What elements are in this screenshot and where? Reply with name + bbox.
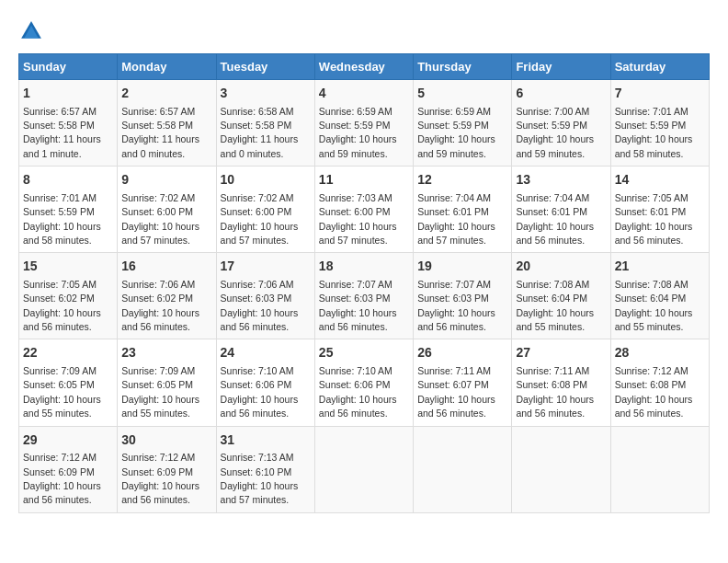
calendar-cell: 28 Sunrise: 7:12 AMSunset: 6:08 PMDaylig… (610, 339, 709, 426)
day-number: 27 (516, 344, 606, 362)
calendar-cell: 17 Sunrise: 7:06 AMSunset: 6:03 PMDaylig… (216, 253, 314, 339)
day-info: Sunrise: 7:08 AMSunset: 6:04 PMDaylight:… (516, 279, 594, 332)
day-number: 31 (221, 431, 311, 450)
day-info: Sunrise: 6:57 AMSunset: 5:58 PMDaylight:… (23, 106, 101, 159)
day-info: Sunrise: 7:07 AMSunset: 6:03 PMDaylight:… (417, 279, 495, 332)
day-number: 7 (615, 85, 705, 103)
calendar-cell: 24 Sunrise: 7:10 AMSunset: 6:06 PMDaylig… (216, 339, 314, 426)
calendar-cell: 30 Sunrise: 7:12 AMSunset: 6:09 PMDaylig… (118, 426, 216, 512)
calendar-cell: 13 Sunrise: 7:04 AMSunset: 6:01 PMDaylig… (512, 167, 610, 253)
day-info: Sunrise: 7:03 AMSunset: 6:00 PMDaylight:… (319, 192, 397, 246)
day-number: 19 (417, 258, 507, 276)
calendar-cell (512, 426, 610, 512)
calendar-table: SundayMondayTuesdayWednesdayThursdayFrid… (18, 53, 710, 513)
header (18, 18, 710, 44)
day-number: 24 (221, 344, 311, 362)
calendar-cell: 23 Sunrise: 7:09 AMSunset: 6:05 PMDaylig… (118, 339, 216, 426)
calendar-cell: 9 Sunrise: 7:02 AMSunset: 6:00 PMDayligh… (118, 167, 216, 253)
calendar-cell: 14 Sunrise: 7:05 AMSunset: 6:01 PMDaylig… (610, 167, 709, 253)
day-info: Sunrise: 7:05 AMSunset: 6:02 PMDaylight:… (23, 279, 101, 332)
day-info: Sunrise: 7:09 AMSunset: 6:05 PMDaylight:… (121, 365, 199, 419)
day-header: Saturday (610, 54, 709, 80)
day-info: Sunrise: 7:02 AMSunset: 6:00 PMDaylight:… (121, 192, 199, 246)
calendar-cell: 19 Sunrise: 7:07 AMSunset: 6:03 PMDaylig… (414, 253, 512, 339)
calendar-cell: 16 Sunrise: 7:06 AMSunset: 6:02 PMDaylig… (118, 253, 216, 339)
calendar-cell: 26 Sunrise: 7:11 AMSunset: 6:07 PMDaylig… (414, 339, 512, 426)
calendar-cell: 6 Sunrise: 7:00 AMSunset: 5:59 PMDayligh… (512, 80, 610, 167)
calendar-cell: 21 Sunrise: 7:08 AMSunset: 6:04 PMDaylig… (610, 253, 709, 339)
day-number: 4 (319, 85, 409, 103)
day-number: 20 (516, 258, 606, 276)
calendar-week-row: 8 Sunrise: 7:01 AMSunset: 5:59 PMDayligh… (19, 167, 710, 253)
calendar-cell: 29 Sunrise: 7:12 AMSunset: 6:09 PMDaylig… (19, 426, 118, 512)
day-number: 11 (319, 171, 409, 190)
day-info: Sunrise: 7:08 AMSunset: 6:04 PMDaylight:… (615, 279, 693, 332)
day-info: Sunrise: 7:12 AMSunset: 6:09 PMDaylight:… (121, 452, 199, 505)
calendar-cell (314, 426, 413, 512)
day-number: 22 (23, 344, 113, 362)
day-number: 21 (615, 258, 705, 276)
day-number: 14 (615, 171, 705, 190)
calendar-cell: 22 Sunrise: 7:09 AMSunset: 6:05 PMDaylig… (19, 339, 118, 426)
day-info: Sunrise: 7:01 AMSunset: 5:59 PMDaylight:… (23, 192, 101, 246)
day-header: Tuesday (216, 54, 314, 80)
day-info: Sunrise: 7:11 AMSunset: 6:08 PMDaylight:… (516, 365, 594, 419)
calendar-cell: 10 Sunrise: 7:02 AMSunset: 6:00 PMDaylig… (216, 167, 314, 253)
calendar-week-row: 1 Sunrise: 6:57 AMSunset: 5:58 PMDayligh… (19, 80, 710, 167)
calendar-week-row: 22 Sunrise: 7:09 AMSunset: 6:05 PMDaylig… (19, 339, 710, 426)
day-info: Sunrise: 6:59 AMSunset: 5:59 PMDaylight:… (319, 106, 397, 159)
calendar-cell: 5 Sunrise: 6:59 AMSunset: 5:59 PMDayligh… (414, 80, 512, 167)
day-info: Sunrise: 7:01 AMSunset: 5:59 PMDaylight:… (615, 106, 693, 159)
day-number: 6 (516, 85, 606, 103)
day-info: Sunrise: 7:12 AMSunset: 6:08 PMDaylight:… (615, 365, 693, 419)
day-number: 18 (319, 258, 409, 276)
calendar-cell: 12 Sunrise: 7:04 AMSunset: 6:01 PMDaylig… (414, 167, 512, 253)
logo (18, 18, 48, 44)
day-info: Sunrise: 7:06 AMSunset: 6:02 PMDaylight:… (121, 279, 199, 332)
day-number: 15 (23, 258, 113, 276)
day-number: 2 (121, 85, 211, 103)
day-number: 13 (516, 171, 606, 190)
logo-icon (18, 18, 44, 44)
calendar-cell: 7 Sunrise: 7:01 AMSunset: 5:59 PMDayligh… (610, 80, 709, 167)
day-number: 9 (121, 171, 211, 190)
day-number: 8 (23, 171, 113, 190)
day-number: 17 (221, 258, 311, 276)
calendar-cell: 25 Sunrise: 7:10 AMSunset: 6:06 PMDaylig… (314, 339, 413, 426)
calendar-cell: 3 Sunrise: 6:58 AMSunset: 5:58 PMDayligh… (216, 80, 314, 167)
day-number: 10 (221, 171, 311, 190)
header-row: SundayMondayTuesdayWednesdayThursdayFrid… (19, 54, 710, 80)
day-info: Sunrise: 7:10 AMSunset: 6:06 PMDaylight:… (319, 365, 397, 419)
day-number: 3 (221, 85, 311, 103)
day-info: Sunrise: 7:11 AMSunset: 6:07 PMDaylight:… (417, 365, 495, 419)
day-header: Thursday (414, 54, 512, 80)
day-number: 16 (121, 258, 211, 276)
calendar-cell: 4 Sunrise: 6:59 AMSunset: 5:59 PMDayligh… (314, 80, 413, 167)
calendar-cell: 11 Sunrise: 7:03 AMSunset: 6:00 PMDaylig… (314, 167, 413, 253)
day-number: 25 (319, 344, 409, 362)
day-number: 5 (417, 85, 507, 103)
day-info: Sunrise: 7:07 AMSunset: 6:03 PMDaylight:… (319, 279, 397, 332)
day-info: Sunrise: 6:59 AMSunset: 5:59 PMDaylight:… (417, 106, 495, 159)
day-number: 23 (121, 344, 211, 362)
calendar-cell (414, 426, 512, 512)
calendar-cell (610, 426, 709, 512)
day-header: Wednesday (314, 54, 413, 80)
day-header: Monday (118, 54, 216, 80)
day-number: 30 (121, 431, 211, 450)
day-header: Sunday (19, 54, 118, 80)
day-info: Sunrise: 7:05 AMSunset: 6:01 PMDaylight:… (615, 192, 693, 246)
day-info: Sunrise: 7:10 AMSunset: 6:06 PMDaylight:… (221, 365, 299, 419)
calendar-week-row: 29 Sunrise: 7:12 AMSunset: 6:09 PMDaylig… (19, 426, 710, 512)
calendar-cell: 27 Sunrise: 7:11 AMSunset: 6:08 PMDaylig… (512, 339, 610, 426)
calendar-cell: 31 Sunrise: 7:13 AMSunset: 6:10 PMDaylig… (216, 426, 314, 512)
calendar-cell: 2 Sunrise: 6:57 AMSunset: 5:58 PMDayligh… (118, 80, 216, 167)
day-info: Sunrise: 7:12 AMSunset: 6:09 PMDaylight:… (23, 452, 101, 505)
day-info: Sunrise: 7:00 AMSunset: 5:59 PMDaylight:… (516, 106, 594, 159)
calendar-cell: 15 Sunrise: 7:05 AMSunset: 6:02 PMDaylig… (19, 253, 118, 339)
calendar-cell: 1 Sunrise: 6:57 AMSunset: 5:58 PMDayligh… (19, 80, 118, 167)
day-number: 1 (23, 85, 113, 103)
calendar-cell: 18 Sunrise: 7:07 AMSunset: 6:03 PMDaylig… (314, 253, 413, 339)
day-info: Sunrise: 7:04 AMSunset: 6:01 PMDaylight:… (516, 192, 594, 246)
day-number: 26 (417, 344, 507, 362)
